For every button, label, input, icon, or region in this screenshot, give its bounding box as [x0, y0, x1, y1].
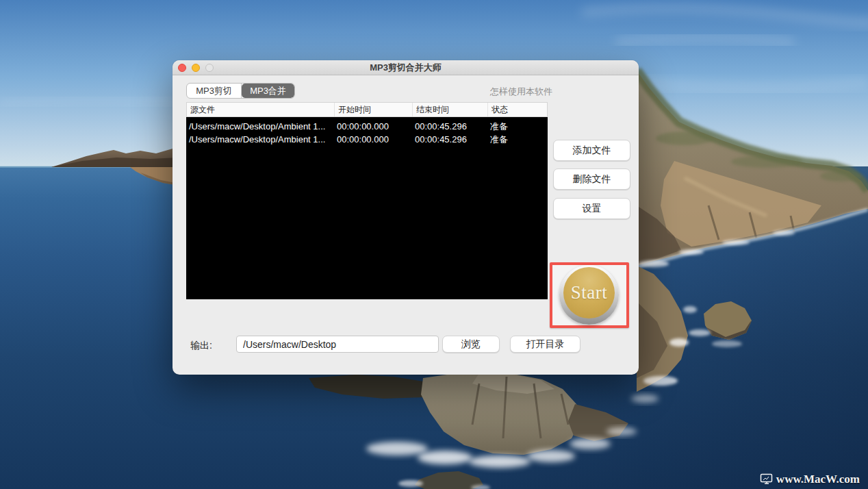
window-title: MP3剪切合并大师	[173, 60, 639, 75]
title-bar[interactable]: MP3剪切合并大师	[173, 60, 639, 75]
table-row[interactable]: /Users/macw/Desktop/Ambient 1... 00:00:0…	[186, 133, 548, 146]
delete-file-button[interactable]: 删除文件	[553, 168, 630, 190]
start-button[interactable]: Start	[559, 265, 619, 325]
minimize-icon[interactable]	[192, 64, 200, 72]
cell-end: 00:00:45.296	[412, 120, 487, 133]
mode-tabs: MP3剪切 MP3合并	[186, 83, 295, 99]
watermark: www.MacW.com	[760, 473, 860, 486]
output-label: 输出:	[190, 340, 212, 352]
cell-status: 准备	[487, 133, 548, 146]
tab-mp3-merge[interactable]: MP3合并	[242, 84, 294, 98]
column-source[interactable]: 源文件	[187, 103, 335, 116]
file-list[interactable]: /Users/macw/Desktop/Ambient 1... 00:00:0…	[186, 117, 548, 299]
cell-end: 00:00:45.296	[412, 133, 487, 146]
open-directory-button[interactable]: 打开目录	[510, 336, 580, 353]
cell-source: /Users/macw/Desktop/Ambient 1...	[186, 120, 334, 133]
start-button-highlight: Start	[550, 262, 629, 328]
column-status[interactable]: 状态	[488, 103, 547, 116]
table-row[interactable]: /Users/macw/Desktop/Ambient 1... 00:00:0…	[186, 120, 548, 133]
cell-start: 00:00:00.000	[334, 133, 412, 146]
tab-mp3-cut[interactable]: MP3剪切	[187, 84, 242, 98]
start-button-face: Start	[563, 267, 615, 318]
settings-button[interactable]: 设置	[553, 198, 630, 219]
column-end-time[interactable]: 结束时间	[413, 103, 488, 116]
watermark-text: www.MacW.com	[776, 473, 860, 486]
output-path-input[interactable]	[236, 336, 439, 353]
monitor-icon	[760, 473, 774, 486]
add-file-button[interactable]: 添加文件	[553, 140, 630, 161]
desktop: MP3剪切合并大师 MP3剪切 MP3合并 怎样使用本软件 源文件 开始时间 结…	[0, 0, 868, 489]
zoom-icon	[205, 64, 214, 72]
cell-status: 准备	[487, 120, 548, 133]
column-start-time[interactable]: 开始时间	[335, 103, 413, 116]
start-button-label: Start	[571, 282, 608, 303]
close-icon[interactable]	[178, 64, 186, 72]
app-window: MP3剪切合并大师 MP3剪切 MP3合并 怎样使用本软件 源文件 开始时间 结…	[173, 60, 639, 375]
browse-button[interactable]: 浏览	[442, 336, 500, 353]
cell-source: /Users/macw/Desktop/Ambient 1...	[186, 133, 334, 146]
cell-start: 00:00:00.000	[334, 120, 412, 133]
file-table-header: 源文件 开始时间 结束时间 状态	[186, 102, 548, 117]
help-link[interactable]: 怎样使用本软件	[490, 86, 552, 98]
